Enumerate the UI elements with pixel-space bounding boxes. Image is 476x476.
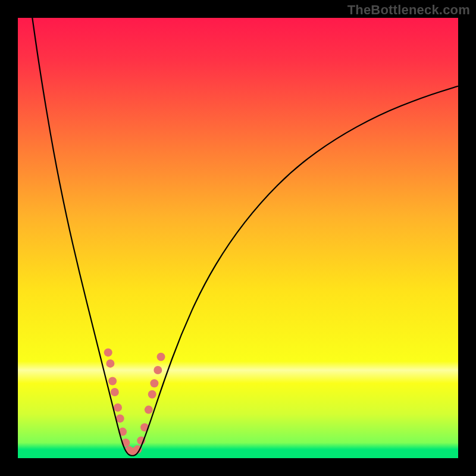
highlight-dot	[108, 377, 117, 386]
watermark-text: TheBottleneck.com	[347, 2, 470, 18]
highlight-dots	[104, 348, 165, 456]
highlight-dot	[154, 366, 162, 374]
plot-area	[18, 18, 458, 458]
highlight-dot	[148, 390, 156, 399]
highlight-dot	[111, 388, 119, 396]
bottleneck-curve	[31, 9, 458, 456]
highlight-dot	[104, 348, 112, 356]
chart-frame: TheBottleneck.com	[0, 0, 476, 476]
highlight-dot	[106, 359, 114, 368]
highlight-dot	[157, 353, 165, 361]
highlight-dot	[145, 406, 153, 414]
highlight-dot	[150, 379, 158, 387]
curve-layer	[18, 18, 458, 458]
highlight-dot	[114, 403, 122, 412]
